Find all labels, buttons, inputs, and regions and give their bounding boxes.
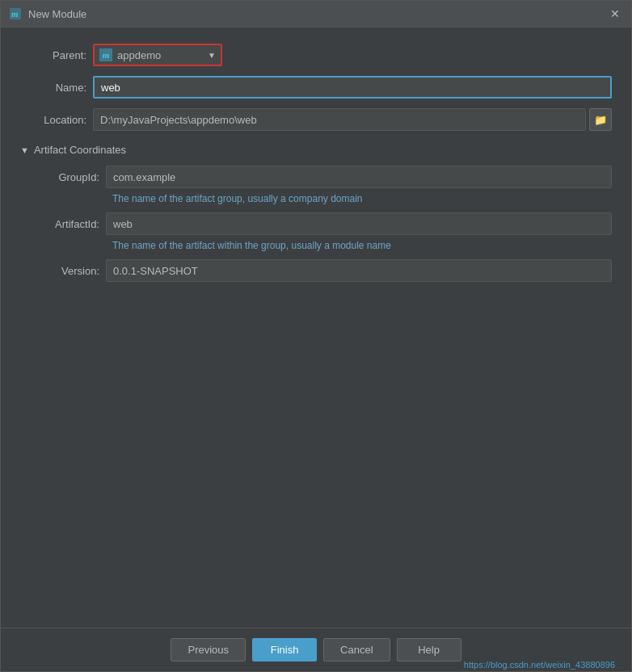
location-field-wrapper: 📁 bbox=[93, 108, 612, 131]
artifact-section-title: Artifact Coordinates bbox=[34, 144, 126, 156]
version-row: Version: bbox=[33, 259, 612, 282]
parent-module-icon: m bbox=[99, 48, 112, 61]
section-collapse-arrow[interactable]: ▼ bbox=[20, 145, 29, 155]
artifactid-input[interactable] bbox=[106, 212, 612, 235]
version-label: Version: bbox=[33, 265, 106, 277]
groupid-label: GroupId: bbox=[33, 171, 106, 183]
previous-button[interactable]: Previous bbox=[171, 638, 246, 662]
cancel-button[interactable]: Cancel bbox=[323, 638, 390, 662]
artifactid-label: ArtifactId: bbox=[33, 218, 106, 230]
name-field-wrapper bbox=[93, 76, 612, 99]
artifact-section: GroupId: The name of the artifact group,… bbox=[20, 166, 612, 287]
version-input[interactable] bbox=[106, 259, 612, 282]
help-button[interactable]: Help bbox=[397, 638, 461, 662]
svg-text:m: m bbox=[11, 9, 19, 19]
artifact-section-header: ▼ Artifact Coordinates bbox=[20, 144, 612, 156]
location-input[interactable] bbox=[93, 108, 586, 131]
name-label: Name: bbox=[20, 82, 93, 94]
parent-label: Parent: bbox=[20, 49, 93, 61]
chevron-down-icon: ▼ bbox=[208, 51, 216, 60]
dialog-icon: m bbox=[9, 7, 22, 20]
new-module-dialog: m New Module ✕ Parent: m appdemo ▼ Name: bbox=[0, 0, 632, 672]
groupid-row: GroupId: bbox=[33, 166, 612, 188]
groupid-hint: The name of the artifact group, usually … bbox=[33, 193, 612, 204]
watermark-text: https://blog.csdn.net/weixin_43880896 bbox=[464, 660, 615, 670]
groupid-input[interactable] bbox=[106, 166, 612, 188]
dialog-footer: Previous Finish Cancel Help https://blog… bbox=[1, 628, 631, 671]
close-button[interactable]: ✕ bbox=[607, 6, 623, 22]
finish-button[interactable]: Finish bbox=[252, 638, 317, 662]
artifactid-hint: The name of the artifact within the grou… bbox=[33, 240, 612, 251]
browse-button[interactable]: 📁 bbox=[589, 108, 612, 131]
dialog-content: Parent: m appdemo ▼ Name: Location: bbox=[1, 27, 631, 628]
name-input[interactable] bbox=[93, 76, 612, 99]
parent-field-wrapper: m appdemo ▼ bbox=[93, 44, 612, 66]
location-row: Location: 📁 bbox=[20, 108, 612, 131]
parent-dropdown-text: appdemo bbox=[117, 49, 203, 61]
parent-dropdown[interactable]: m appdemo ▼ bbox=[93, 44, 222, 66]
dialog-title: New Module bbox=[28, 8, 607, 20]
folder-icon: 📁 bbox=[594, 114, 607, 126]
parent-row: Parent: m appdemo ▼ bbox=[20, 44, 612, 66]
location-label: Location: bbox=[20, 114, 93, 126]
title-bar: m New Module ✕ bbox=[1, 1, 631, 27]
name-row: Name: bbox=[20, 76, 612, 99]
artifactid-row: ArtifactId: bbox=[33, 212, 612, 235]
